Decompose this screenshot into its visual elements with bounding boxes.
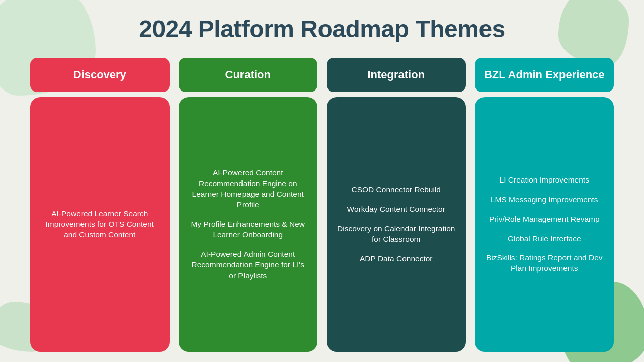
body-item-curation-0: AI-Powered Content Recommendation Engine…: [189, 168, 308, 210]
column-discovery: DiscoveryAI-Powered Learner Search Impro…: [30, 58, 170, 352]
body-item-discovery-0: AI-Powered Learner Search Improvements f…: [40, 209, 159, 240]
column-body-bzl: LI Creation ImprovementsLMS Messaging Im…: [475, 97, 614, 352]
column-curation: CurationAI-Powered Content Recommendatio…: [179, 58, 318, 352]
columns-container: DiscoveryAI-Powered Learner Search Impro…: [30, 58, 614, 352]
body-item-bzl-0: LI Creation Improvements: [500, 175, 589, 186]
body-item-bzl-2: Priv/Role Management Revamp: [489, 214, 600, 225]
column-body-integration: CSOD Connector RebuildWorkday Content Co…: [327, 97, 466, 352]
column-bzl: BZL Admin ExperienceLI Creation Improvem…: [475, 58, 614, 352]
column-integration: IntegrationCSOD Connector RebuildWorkday…: [327, 58, 466, 352]
body-item-bzl-4: BizSkills: Ratings Report and Dev Plan I…: [485, 253, 604, 274]
page-title: 2024 Platform Roadmap Themes: [139, 15, 505, 43]
body-item-bzl-1: LMS Messaging Improvements: [491, 195, 598, 205]
column-body-discovery: AI-Powered Learner Search Improvements f…: [30, 97, 170, 352]
column-header-bzl: BZL Admin Experience: [475, 58, 614, 92]
column-header-integration: Integration: [327, 58, 466, 92]
body-item-integration-0: CSOD Connector Rebuild: [352, 185, 441, 195]
column-header-discovery: Discovery: [30, 58, 170, 92]
body-item-curation-2: AI-Powered Admin Content Recommendation …: [189, 249, 308, 281]
column-header-curation: Curation: [179, 58, 318, 92]
body-item-bzl-3: Global Rule Interface: [508, 234, 581, 244]
body-item-integration-3: ADP Data Connector: [360, 254, 432, 264]
body-item-curation-1: My Profile Enhancements & New Learner On…: [189, 219, 308, 240]
body-item-integration-1: Workday Content Connector: [347, 204, 445, 215]
body-item-integration-2: Discovery on Calendar Integration for Cl…: [337, 224, 456, 245]
column-body-curation: AI-Powered Content Recommendation Engine…: [179, 97, 318, 352]
page-wrapper: 2024 Platform Roadmap Themes DiscoveryAI…: [0, 0, 644, 362]
